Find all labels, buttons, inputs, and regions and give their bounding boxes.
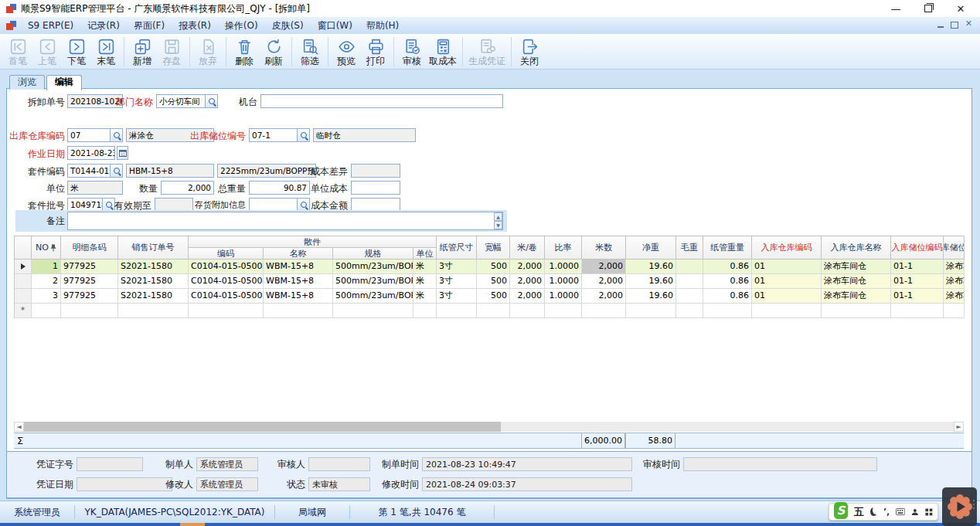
cell-name[interactable]: WBM-15+8 xyxy=(264,260,333,274)
cell-barcode[interactable]: 977925 xyxy=(61,260,118,274)
calendar-button[interactable]: 31 xyxy=(117,146,128,160)
cell-gross[interactable] xyxy=(676,274,703,289)
column-header-loc_name[interactable]: 入库储位名 xyxy=(944,236,965,260)
cell-unit[interactable]: 米 xyxy=(413,289,437,304)
cell-width[interactable]: 500 xyxy=(477,274,510,289)
cell-unit[interactable]: 米 xyxy=(413,260,437,274)
remark-scroll-down-button[interactable]: ▼ xyxy=(494,221,502,229)
cell-width[interactable] xyxy=(477,304,510,318)
cell-spec[interactable] xyxy=(333,304,413,318)
toolbar-button-删除[interactable]: 删除 xyxy=(230,35,259,69)
scrollbar-thumb[interactable] xyxy=(24,422,501,432)
column-header-ratio[interactable]: 比率 xyxy=(545,236,582,260)
menu-item-报表(R)[interactable]: 报表(R) xyxy=(172,20,218,31)
cell-meters[interactable]: 2,000 xyxy=(582,274,626,289)
menu-item-S9 ERP(E)[interactable]: S9 ERP(E) xyxy=(21,20,80,31)
out-warehouse-code-field[interactable]: 07 xyxy=(67,128,123,142)
window-minimize-button[interactable]: — xyxy=(880,0,912,17)
menu-item-记录(R)[interactable]: 记录(R) xyxy=(80,20,127,31)
cell-m_per_roll[interactable]: 2,000 xyxy=(510,274,545,289)
column-header-loc_code[interactable]: 入库储位编码 xyxy=(891,236,944,260)
scroll-right-button[interactable]: ► xyxy=(954,422,964,432)
cell-loc_code[interactable]: 01-1 xyxy=(891,260,944,274)
cell-no[interactable] xyxy=(32,304,61,318)
column-header-code[interactable]: 编码 xyxy=(189,248,264,260)
menu-item-界面(F)[interactable]: 界面(F) xyxy=(127,20,172,31)
column-header-selector[interactable] xyxy=(15,236,32,260)
cell-gross[interactable] xyxy=(676,304,703,318)
column-header-sales_order[interactable]: 销售订单号 xyxy=(118,236,189,260)
mdi-restore-icon[interactable] xyxy=(951,22,958,29)
cell-barcode[interactable] xyxy=(61,304,118,318)
toolbar-button-打印[interactable]: 打印 xyxy=(361,35,390,69)
cell-m_per_roll[interactable]: 2,000 xyxy=(510,260,545,274)
column-header-net[interactable]: 净重 xyxy=(626,236,676,260)
cell-wh_name[interactable]: 涂布车间仓 xyxy=(822,289,891,304)
mdi-minimize-icon[interactable] xyxy=(937,26,944,28)
cell-ratio[interactable]: 1.0000 xyxy=(545,260,582,274)
sogou-logo-icon[interactable]: S xyxy=(834,502,848,519)
menu-item-窗口(W)[interactable]: 窗口(W) xyxy=(311,20,359,31)
cell-meters[interactable]: 2,000 xyxy=(582,289,626,304)
tab-编辑[interactable]: 编辑 xyxy=(46,75,82,90)
cell-ratio[interactable]: 1.0000 xyxy=(545,289,582,304)
cell-sales_order[interactable]: S2021-1580 xyxy=(118,260,189,274)
table-new-row[interactable]: * xyxy=(14,304,965,318)
cell-ratio[interactable] xyxy=(545,304,582,318)
cell-tube_size[interactable] xyxy=(437,304,477,318)
table-row[interactable]: 1977925S2021-1580C0104-015-0500-...WBM-1… xyxy=(14,260,965,274)
cell-name[interactable] xyxy=(264,304,333,318)
cell-wh_code[interactable]: 01 xyxy=(752,289,822,304)
menu-item-操作(O)[interactable]: 操作(O) xyxy=(218,20,265,31)
cell-net[interactable]: 19.60 xyxy=(626,289,676,304)
menu-item-皮肤(S)[interactable]: 皮肤(S) xyxy=(265,20,311,31)
toolbar-button-取成本[interactable]: 取成本 xyxy=(427,35,459,69)
cell-wh_name[interactable]: 涂布车间仓 xyxy=(822,260,891,274)
table-row[interactable]: 3977925S2021-1580C0104-015-0500-...WBM-1… xyxy=(14,289,965,304)
cell-code[interactable] xyxy=(189,304,264,318)
work-date-field[interactable]: 2021-08-23 xyxy=(67,146,115,160)
mdi-close-icon[interactable]: ✕ xyxy=(965,19,972,29)
horizontal-scrollbar[interactable]: ◄ ► xyxy=(14,422,964,432)
cell-wh_code[interactable] xyxy=(752,304,822,318)
cell-ratio[interactable]: 1.0000 xyxy=(545,274,582,289)
cell-spec[interactable]: 500mm/23um/BOPP... xyxy=(333,289,413,304)
scroll-left-button[interactable]: ◄ xyxy=(14,422,24,432)
keyboard-icon[interactable] xyxy=(896,507,905,516)
out-warehouse-lookup-button[interactable] xyxy=(110,129,122,141)
toolbar-button-新增[interactable]: 新增 xyxy=(128,35,157,69)
cell-spec[interactable]: 500mm/23um/BOPP... xyxy=(333,274,413,289)
cell-meters[interactable] xyxy=(582,304,626,318)
toolbar-button-下笔[interactable]: 下笔 xyxy=(62,35,91,69)
input-method-toolbar[interactable]: S 五 ’, xyxy=(829,503,938,521)
column-header-meters[interactable]: 米数 xyxy=(582,236,626,260)
dept-lookup-button[interactable] xyxy=(205,95,217,107)
cell-spec[interactable]: 500mm/23um/BOPP... xyxy=(333,260,413,274)
toolbox-grid-icon[interactable] xyxy=(925,507,933,517)
tab-浏览[interactable]: 浏览 xyxy=(9,75,45,90)
cell-gross[interactable] xyxy=(676,260,703,274)
cell-sales_order[interactable] xyxy=(118,304,189,318)
cell-code[interactable]: C0104-015-0500-... xyxy=(189,289,264,304)
column-header-barcode[interactable]: 明细条码 xyxy=(61,236,118,260)
cell-barcode[interactable]: 977925 xyxy=(61,274,118,289)
column-header-m_per_roll[interactable]: 米/卷 xyxy=(510,236,545,260)
row-selector-cell[interactable] xyxy=(15,289,32,304)
cell-wh_name[interactable]: 涂布车间仓 xyxy=(822,274,891,289)
column-header-name[interactable]: 名称 xyxy=(264,248,333,260)
remark-textarea[interactable] xyxy=(67,212,503,230)
cell-tube_size[interactable]: 3寸 xyxy=(437,260,477,274)
cell-loc_name[interactable] xyxy=(944,304,965,318)
cell-no[interactable]: 3 xyxy=(32,289,61,304)
toolbar-button-筛选[interactable]: 筛选 xyxy=(295,35,325,69)
cell-tube_weight[interactable]: 0.86 xyxy=(703,289,752,304)
cell-code[interactable]: C0104-015-0500-... xyxy=(189,260,264,274)
cell-wh_name[interactable] xyxy=(822,304,891,318)
machine-field[interactable] xyxy=(260,94,503,108)
cell-net[interactable]: 19.60 xyxy=(626,274,676,289)
total-weight-field[interactable]: 90.87 xyxy=(249,181,310,195)
cell-barcode[interactable]: 977925 xyxy=(61,289,118,304)
cell-width[interactable]: 500 xyxy=(477,260,510,274)
table-row[interactable]: 2977925S2021-1580C0104-015-0500-...WBM-1… xyxy=(14,274,965,289)
column-header-tube_weight[interactable]: 纸管重量 xyxy=(703,236,752,260)
